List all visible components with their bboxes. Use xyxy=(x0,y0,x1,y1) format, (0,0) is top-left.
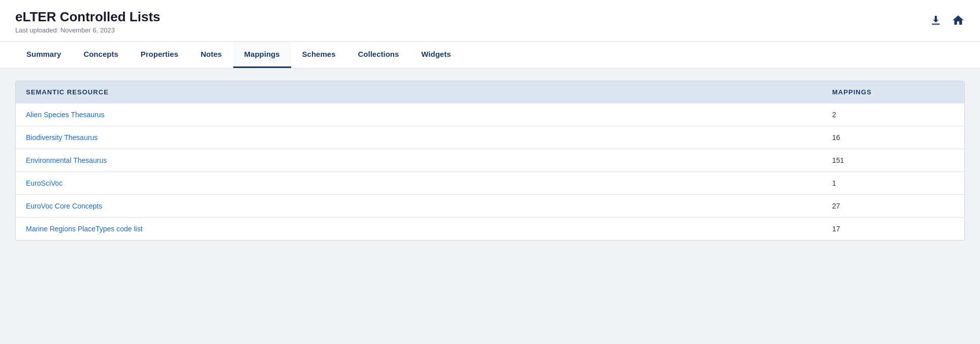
table-row: Biodiversity Thesaurus16 xyxy=(16,126,964,149)
table-row: EuroVoc Core Concepts27 xyxy=(16,195,964,218)
main-content: SEMANTIC RESOURCE MAPPINGS Alien Species… xyxy=(0,68,980,253)
resource-cell: EuroSciVoc xyxy=(16,172,822,195)
table-row: Alien Species Thesaurus2 xyxy=(16,104,964,126)
table-row: Marine Regions PlaceTypes code list17 xyxy=(16,218,964,240)
tab-concepts[interactable]: Concepts xyxy=(72,42,129,68)
resource-link[interactable]: Environmental Thesaurus xyxy=(26,156,107,164)
header-text: eLTER Controlled Lists Last uploaded: No… xyxy=(15,9,161,34)
table-row: EuroSciVoc1 xyxy=(16,172,964,195)
home-icon[interactable] xyxy=(952,14,965,30)
resource-link[interactable]: EuroSciVoc xyxy=(26,179,62,187)
mappings-table: SEMANTIC RESOURCE MAPPINGS Alien Species… xyxy=(16,81,964,240)
table-header-row: SEMANTIC RESOURCE MAPPINGS xyxy=(16,81,964,104)
resource-cell: EuroVoc Core Concepts xyxy=(16,195,822,218)
mappings-cell: 2 xyxy=(822,104,964,126)
mappings-cell: 151 xyxy=(822,149,964,172)
tab-summary[interactable]: Summary xyxy=(15,42,72,68)
tab-schemes[interactable]: Schemes xyxy=(291,42,347,68)
tab-properties[interactable]: Properties xyxy=(130,42,189,68)
mappings-table-container: SEMANTIC RESOURCE MAPPINGS Alien Species… xyxy=(15,81,965,240)
page-title: eLTER Controlled Lists xyxy=(15,9,161,25)
download-icon[interactable] xyxy=(929,14,942,30)
header-actions xyxy=(929,14,965,30)
col-mappings-header: MAPPINGS xyxy=(822,81,964,104)
tab-collections[interactable]: Collections xyxy=(346,42,410,68)
tab-notes[interactable]: Notes xyxy=(189,42,233,68)
resource-cell: Environmental Thesaurus xyxy=(16,149,822,172)
page-header: eLTER Controlled Lists Last uploaded: No… xyxy=(0,0,980,42)
mappings-cell: 16 xyxy=(822,126,964,149)
tabs-bar: SummaryConceptsPropertiesNotesMappingsSc… xyxy=(0,42,980,68)
resource-link[interactable]: Marine Regions PlaceTypes code list xyxy=(26,225,143,233)
mappings-cell: 17 xyxy=(822,218,964,240)
mappings-cell: 1 xyxy=(822,172,964,195)
resource-link[interactable]: EuroVoc Core Concepts xyxy=(26,202,102,210)
resource-cell: Marine Regions PlaceTypes code list xyxy=(16,218,822,240)
table-row: Environmental Thesaurus151 xyxy=(16,149,964,172)
page-subtitle: Last uploaded: November 6, 2023 xyxy=(15,26,161,34)
resource-link[interactable]: Biodiversity Thesaurus xyxy=(26,133,98,142)
tab-widgets[interactable]: Widgets xyxy=(410,42,462,68)
col-resource-header: SEMANTIC RESOURCE xyxy=(16,81,822,104)
resource-link[interactable]: Alien Species Thesaurus xyxy=(26,111,105,119)
resource-cell: Biodiversity Thesaurus xyxy=(16,126,822,149)
mappings-cell: 27 xyxy=(822,195,964,218)
tab-mappings[interactable]: Mappings xyxy=(233,42,291,68)
resource-cell: Alien Species Thesaurus xyxy=(16,104,822,126)
